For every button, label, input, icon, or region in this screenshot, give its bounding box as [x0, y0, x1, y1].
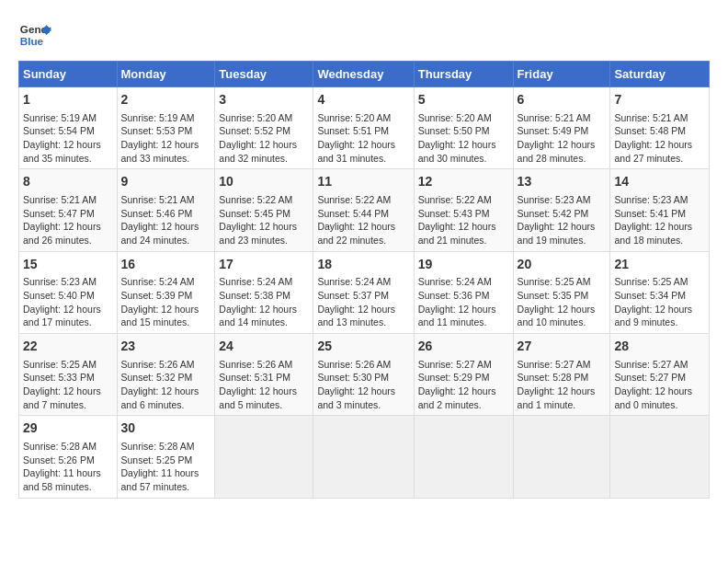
logo: General Blue [18, 18, 51, 52]
day-info: Sunrise: 5:24 AM Sunset: 5:37 PM Dayligh… [317, 275, 409, 329]
header-row: SundayMondayTuesdayWednesdayThursdayFrid… [19, 62, 710, 87]
day-number: 15 [23, 256, 113, 274]
day-info: Sunrise: 5:25 AM Sunset: 5:35 PM Dayligh… [518, 275, 607, 329]
day-info: Sunrise: 5:19 AM Sunset: 5:54 PM Dayligh… [23, 111, 113, 166]
day-number: 5 [418, 91, 509, 109]
day-info: Sunrise: 5:23 AM Sunset: 5:42 PM Dayligh… [518, 193, 607, 247]
calendar-cell: 1Sunrise: 5:19 AM Sunset: 5:54 PM Daylig… [19, 87, 118, 169]
day-number: 21 [614, 256, 705, 274]
calendar-cell: 13Sunrise: 5:23 AM Sunset: 5:42 PM Dayli… [513, 169, 610, 251]
calendar-cell: 8Sunrise: 5:21 AM Sunset: 5:47 PM Daylig… [19, 169, 118, 251]
day-number: 30 [121, 419, 211, 438]
calendar-cell: 14Sunrise: 5:23 AM Sunset: 5:41 PM Dayli… [610, 169, 710, 251]
calendar-week-row: 15Sunrise: 5:23 AM Sunset: 5:40 PM Dayli… [19, 251, 710, 333]
col-header-tuesday: Tuesday [215, 62, 313, 87]
calendar-cell [610, 416, 710, 498]
calendar-cell: 21Sunrise: 5:25 AM Sunset: 5:34 PM Dayli… [610, 251, 710, 333]
day-number: 11 [317, 173, 409, 191]
calendar-cell: 6Sunrise: 5:21 AM Sunset: 5:49 PM Daylig… [513, 87, 610, 169]
day-info: Sunrise: 5:25 AM Sunset: 5:34 PM Dayligh… [614, 275, 705, 329]
calendar-cell: 26Sunrise: 5:27 AM Sunset: 5:29 PM Dayli… [414, 334, 513, 416]
day-number: 26 [418, 338, 509, 356]
day-number: 22 [23, 338, 113, 356]
day-number: 4 [317, 91, 409, 109]
day-number: 6 [518, 91, 607, 109]
col-header-sunday: Sunday [19, 62, 118, 87]
calendar-cell: 10Sunrise: 5:22 AM Sunset: 5:45 PM Dayli… [215, 169, 313, 251]
day-info: Sunrise: 5:23 AM Sunset: 5:41 PM Dayligh… [614, 193, 705, 247]
calendar-cell: 27Sunrise: 5:27 AM Sunset: 5:28 PM Dayli… [513, 334, 610, 416]
calendar-week-row: 1Sunrise: 5:19 AM Sunset: 5:54 PM Daylig… [19, 87, 710, 169]
calendar-cell: 4Sunrise: 5:20 AM Sunset: 5:51 PM Daylig… [313, 87, 414, 169]
day-number: 20 [518, 256, 607, 274]
day-info: Sunrise: 5:22 AM Sunset: 5:44 PM Dayligh… [317, 193, 409, 247]
calendar-cell [513, 416, 610, 498]
calendar-cell: 3Sunrise: 5:20 AM Sunset: 5:52 PM Daylig… [215, 87, 313, 169]
day-info: Sunrise: 5:28 AM Sunset: 5:26 PM Dayligh… [23, 440, 113, 494]
day-number: 28 [614, 338, 705, 356]
day-info: Sunrise: 5:19 AM Sunset: 5:53 PM Dayligh… [121, 111, 211, 166]
day-number: 10 [219, 173, 309, 191]
day-info: Sunrise: 5:21 AM Sunset: 5:46 PM Dayligh… [121, 193, 211, 247]
calendar-cell: 7Sunrise: 5:21 AM Sunset: 5:48 PM Daylig… [610, 87, 710, 169]
calendar-week-row: 22Sunrise: 5:25 AM Sunset: 5:33 PM Dayli… [19, 334, 710, 416]
calendar-cell: 15Sunrise: 5:23 AM Sunset: 5:40 PM Dayli… [19, 251, 118, 333]
day-info: Sunrise: 5:24 AM Sunset: 5:39 PM Dayligh… [121, 275, 211, 329]
col-header-wednesday: Wednesday [313, 62, 414, 87]
day-number: 2 [121, 91, 211, 109]
day-info: Sunrise: 5:20 AM Sunset: 5:52 PM Dayligh… [219, 111, 309, 166]
day-number: 17 [219, 256, 309, 274]
day-info: Sunrise: 5:27 AM Sunset: 5:28 PM Dayligh… [518, 358, 607, 412]
day-number: 16 [121, 256, 211, 274]
day-info: Sunrise: 5:24 AM Sunset: 5:36 PM Dayligh… [418, 275, 509, 329]
calendar-week-row: 8Sunrise: 5:21 AM Sunset: 5:47 PM Daylig… [19, 169, 710, 251]
day-info: Sunrise: 5:21 AM Sunset: 5:49 PM Dayligh… [518, 111, 607, 166]
day-info: Sunrise: 5:26 AM Sunset: 5:31 PM Dayligh… [219, 358, 309, 412]
calendar-cell: 23Sunrise: 5:26 AM Sunset: 5:32 PM Dayli… [117, 334, 215, 416]
calendar-cell: 11Sunrise: 5:22 AM Sunset: 5:44 PM Dayli… [313, 169, 414, 251]
day-info: Sunrise: 5:21 AM Sunset: 5:47 PM Dayligh… [23, 193, 113, 247]
calendar-cell: 5Sunrise: 5:20 AM Sunset: 5:50 PM Daylig… [414, 87, 513, 169]
calendar-cell [215, 416, 313, 498]
calendar-cell: 28Sunrise: 5:27 AM Sunset: 5:27 PM Dayli… [610, 334, 710, 416]
day-number: 25 [317, 338, 409, 356]
col-header-saturday: Saturday [610, 62, 710, 87]
calendar-cell: 9Sunrise: 5:21 AM Sunset: 5:46 PM Daylig… [117, 169, 215, 251]
calendar-cell [313, 416, 414, 498]
day-info: Sunrise: 5:26 AM Sunset: 5:30 PM Dayligh… [317, 358, 409, 412]
logo-icon: General Blue [18, 18, 51, 52]
day-info: Sunrise: 5:20 AM Sunset: 5:50 PM Dayligh… [418, 111, 509, 166]
day-info: Sunrise: 5:22 AM Sunset: 5:45 PM Dayligh… [219, 193, 309, 247]
day-info: Sunrise: 5:25 AM Sunset: 5:33 PM Dayligh… [23, 358, 113, 412]
col-header-monday: Monday [117, 62, 215, 87]
calendar-cell: 20Sunrise: 5:25 AM Sunset: 5:35 PM Dayli… [513, 251, 610, 333]
day-info: Sunrise: 5:23 AM Sunset: 5:40 PM Dayligh… [23, 275, 113, 329]
day-number: 13 [518, 173, 607, 191]
calendar-cell: 29Sunrise: 5:28 AM Sunset: 5:26 PM Dayli… [19, 416, 118, 498]
day-info: Sunrise: 5:27 AM Sunset: 5:29 PM Dayligh… [418, 358, 509, 412]
calendar-cell: 16Sunrise: 5:24 AM Sunset: 5:39 PM Dayli… [117, 251, 215, 333]
page-header: General Blue [18, 18, 710, 52]
calendar-cell [414, 416, 513, 498]
day-number: 14 [614, 173, 705, 191]
calendar-cell: 25Sunrise: 5:26 AM Sunset: 5:30 PM Dayli… [313, 334, 414, 416]
day-info: Sunrise: 5:20 AM Sunset: 5:51 PM Dayligh… [317, 111, 409, 166]
calendar-cell: 30Sunrise: 5:28 AM Sunset: 5:25 PM Dayli… [117, 416, 215, 498]
day-info: Sunrise: 5:22 AM Sunset: 5:43 PM Dayligh… [418, 193, 509, 247]
calendar-cell: 19Sunrise: 5:24 AM Sunset: 5:36 PM Dayli… [414, 251, 513, 333]
day-number: 27 [518, 338, 607, 356]
calendar-week-row: 29Sunrise: 5:28 AM Sunset: 5:26 PM Dayli… [19, 416, 710, 498]
calendar-cell: 17Sunrise: 5:24 AM Sunset: 5:38 PM Dayli… [215, 251, 313, 333]
col-header-thursday: Thursday [414, 62, 513, 87]
calendar-cell: 24Sunrise: 5:26 AM Sunset: 5:31 PM Dayli… [215, 334, 313, 416]
day-number: 24 [219, 338, 309, 356]
day-number: 18 [317, 256, 409, 274]
calendar-cell: 12Sunrise: 5:22 AM Sunset: 5:43 PM Dayli… [414, 169, 513, 251]
day-number: 12 [418, 173, 509, 191]
day-number: 19 [418, 256, 509, 274]
day-info: Sunrise: 5:21 AM Sunset: 5:48 PM Dayligh… [614, 111, 705, 166]
col-header-friday: Friday [513, 62, 610, 87]
calendar-cell: 22Sunrise: 5:25 AM Sunset: 5:33 PM Dayli… [19, 334, 118, 416]
day-number: 29 [23, 419, 113, 438]
calendar-cell: 2Sunrise: 5:19 AM Sunset: 5:53 PM Daylig… [117, 87, 215, 169]
